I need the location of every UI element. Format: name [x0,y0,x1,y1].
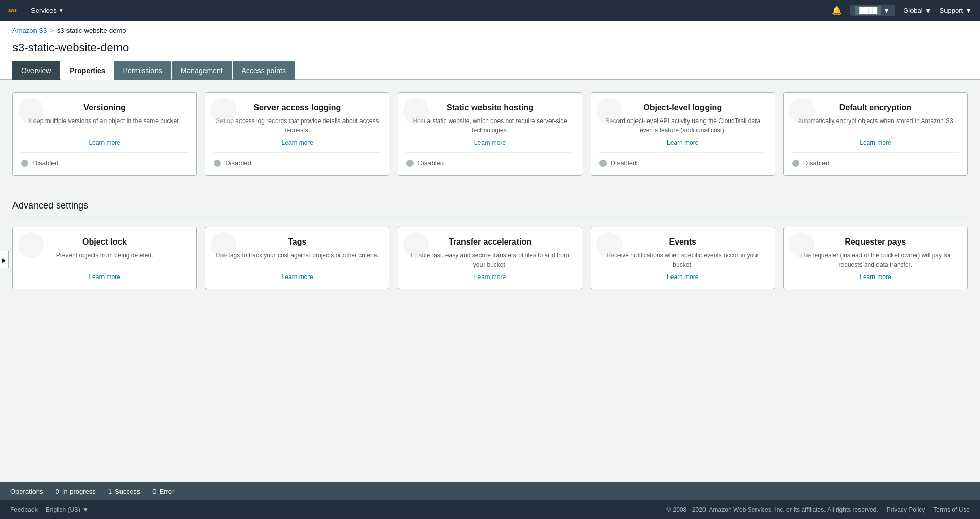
object-level-logging-card-desc: Record object-level API activity using t… [599,116,766,135]
default-encryption-card-desc: Automatically encrypt objects when store… [792,116,959,135]
tab-management[interactable]: Management [172,61,232,80]
user-label: ████ [855,6,881,15]
versioning-status-label: Disabled [32,159,59,167]
object-lock-card-title: Object lock [21,235,188,247]
default-encryption-card-title: Default encryption [792,101,959,112]
support-label: Support [940,7,964,14]
server-access-logging-divider [214,152,381,153]
region-label: Global [903,7,923,14]
sidebar-toggle-icon: ▶ [2,257,6,263]
object-lock-learn-more-link[interactable]: Learn more [21,273,188,281]
static-website-hosting-status: Disabled [406,159,573,167]
server-access-logging-icon-bg [211,98,236,124]
tab-permissions[interactable]: Permissions [114,61,171,80]
events-learn-more-link[interactable]: Learn more [599,273,766,281]
server-access-logging-card-desc: Set up access log records that provide d… [214,116,381,135]
events-card-desc: Receive notifications when specific even… [599,251,766,269]
tab-access-points[interactable]: Access points [233,61,295,80]
services-label: Services [31,7,57,14]
versioning-divider [21,152,188,153]
tab-overview[interactable]: Overview [12,61,60,80]
events-card-title: Events [599,235,766,247]
services-menu[interactable]: Services ▼ [31,7,64,14]
requester-pays-card: Requester pays The requester (instead of… [783,227,968,289]
object-level-logging-divider [599,152,766,153]
transfer-acceleration-card-title: Transfer acceleration [406,235,573,247]
tags-card-title: Tags [214,235,381,247]
object-level-logging-card-title: Object-level logging [599,101,766,112]
tags-icon-bg [211,232,236,258]
versioning-status-dot [21,160,28,167]
object-lock-card: Object lock Prevent objects from being d… [12,227,197,289]
notifications-bell-icon[interactable]: 🔔 [832,6,842,15]
object-lock-icon-bg [18,232,44,258]
static-website-hosting-card-title: Static website hosting [406,101,573,112]
versioning-card-title: Versioning [21,101,188,112]
events-card: Events Receive notifications when specif… [591,227,775,289]
sidebar-toggle-button[interactable]: ▶ [0,251,9,268]
server-access-logging-learn-more-link[interactable]: Learn more [214,139,381,146]
default-encryption-divider [792,152,959,153]
page-header-section: Amazon S3 > s3-static-website-demo s3-st… [0,21,980,80]
object-level-logging-status: Disabled [599,159,766,167]
region-chevron-icon: ▼ [925,7,932,14]
advanced-settings-section: Advanced settings Object lock Prevent ob… [0,184,980,298]
versioning-card: Versioning Keep multiple versions of an … [12,92,197,176]
breadcrumb: Amazon S3 > s3-static-website-demo [0,21,980,37]
requester-pays-card-desc: The requester (instead of the bucket own… [792,251,959,269]
events-icon-bg [596,232,622,258]
requester-pays-icon-bg [789,232,815,258]
static-website-hosting-card-desc: Host a static website, which does not re… [406,116,573,135]
tab-properties[interactable]: Properties [61,61,114,80]
default-encryption-status: Disabled [792,159,959,167]
default-encryption-status-dot [792,160,799,167]
object-level-logging-status-label: Disabled [611,159,637,167]
page-header: s3-static-website-demo [0,37,980,61]
tags-card-desc: Use tags to track your cost against proj… [214,251,381,269]
default-encryption-learn-more-link[interactable]: Learn more [792,139,959,146]
static-website-hosting-status-dot [406,160,414,167]
server-access-logging-status: Disabled [214,159,381,167]
object-level-logging-status-dot [599,160,607,167]
server-access-logging-status-label: Disabled [225,159,251,167]
user-chevron-icon: ▼ [883,7,890,14]
server-access-logging-status-dot [214,160,221,167]
breadcrumb-parent-link[interactable]: Amazon S3 [12,27,47,34]
support-menu[interactable]: Support ▼ [940,7,972,14]
region-menu[interactable]: Global ▼ [903,7,931,14]
top-nav-right: 🔔 ████ ▼ Global ▼ Support ▼ [832,5,972,16]
object-level-logging-icon-bg [596,98,622,124]
object-lock-card-desc: Prevent objects from being deleted. [21,251,188,269]
versioning-card-desc: Keep multiple versions of an object in t… [21,116,188,135]
server-access-logging-card-title: Server access logging [214,101,381,112]
requester-pays-card-title: Requester pays [792,235,959,247]
transfer-acceleration-learn-more-link[interactable]: Learn more [406,273,573,281]
aws-logo[interactable]: aws [8,5,25,16]
tags-learn-more-link[interactable]: Learn more [214,273,381,281]
main-content: Amazon S3 > s3-static-website-demo s3-st… [0,21,980,470]
static-website-hosting-card: Static website hosting Host a static web… [398,92,582,176]
tags-card: Tags Use tags to track your cost against… [205,227,389,289]
support-chevron-icon: ▼ [965,7,972,14]
object-level-logging-learn-more-link[interactable]: Learn more [599,139,766,146]
default-encryption-icon-bg [789,98,815,124]
top-navigation: aws Services ▼ 🔔 ████ ▼ Global ▼ Support… [0,0,980,21]
properties-cards-section: Versioning Keep multiple versions of an … [0,80,980,184]
svg-text:aws: aws [8,8,17,13]
breadcrumb-separator: > [50,27,54,34]
services-chevron-icon: ▼ [59,8,64,13]
versioning-status: Disabled [21,159,188,167]
transfer-acceleration-card-desc: Enable fast, easy and secure transfers o… [406,251,573,269]
user-menu[interactable]: ████ ▼ [850,5,895,16]
static-website-hosting-status-label: Disabled [418,159,444,167]
advanced-settings-title: Advanced settings [12,196,968,218]
versioning-learn-more-link[interactable]: Learn more [21,139,188,146]
page-title: s3-static-website-demo [12,41,968,61]
default-encryption-card: Default encryption Automatically encrypt… [783,92,968,176]
static-website-hosting-divider [406,152,573,153]
static-website-hosting-learn-more-link[interactable]: Learn more [406,139,573,146]
advanced-cards-grid: Object lock Prevent objects from being d… [12,227,968,289]
default-encryption-status-label: Disabled [803,159,830,167]
requester-pays-learn-more-link[interactable]: Learn more [792,273,959,281]
breadcrumb-current: s3-static-website-demo [57,27,126,34]
